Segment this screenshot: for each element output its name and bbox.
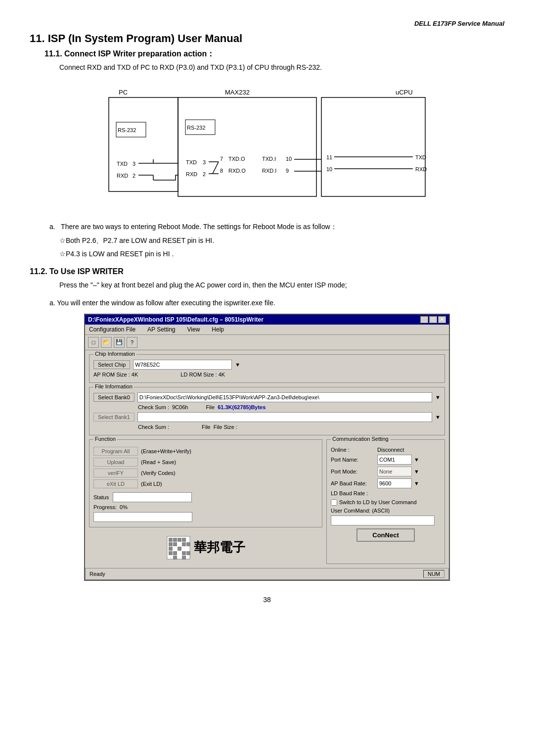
note-2: ☆P4.3 is LOW and RESET pin is HI .	[59, 248, 504, 259]
select-chip-button[interactable]: Select Chip	[93, 360, 130, 369]
port-mode-label: Port Mode:	[331, 469, 375, 474]
status-input[interactable]	[113, 492, 192, 502]
svg-rect-56	[182, 556, 186, 560]
menu-help[interactable]: Help	[210, 326, 226, 333]
file2-label: File	[202, 424, 211, 430]
exit-ld-desc: (Exit LD)	[141, 481, 162, 487]
winbond-logo-icon	[166, 535, 191, 560]
help-button[interactable]: ?	[127, 337, 137, 348]
port-name-dropdown[interactable]: ▼	[414, 457, 419, 463]
file-label: File	[206, 404, 215, 410]
svg-rect-46	[178, 538, 181, 542]
chip-info-group: Chip Information Select Chip ▼ AP ROM Si…	[89, 354, 445, 383]
connect-button[interactable]: ConNect	[356, 528, 414, 542]
online-value: Disconnect	[377, 447, 404, 453]
isp-writer-window: D:\FoniexXAppeXWinbond ISP 105\Default.c…	[84, 314, 450, 581]
toolbar: □ 📂 💾 ?	[85, 335, 449, 350]
port-name-label: Port Name:	[331, 457, 375, 463]
minimize-button[interactable]: _	[420, 316, 428, 323]
num-badge: NUM	[423, 570, 445, 578]
function-group: Function Program All (Erase+Write+Verify…	[89, 439, 322, 527]
svg-text:RXD: RXD	[117, 173, 128, 179]
svg-rect-34	[321, 97, 425, 196]
exit-ld-button[interactable]: eXit LD	[93, 479, 138, 488]
svg-text:RS-232: RS-232	[118, 127, 136, 133]
svg-text:RS-232: RS-232	[187, 125, 205, 131]
svg-rect-47	[182, 538, 186, 542]
svg-text:10: 10	[286, 156, 292, 162]
bank1-path-input[interactable]	[137, 412, 432, 422]
ap-baud-input[interactable]	[377, 478, 412, 488]
circuit-diagram: PC RS-232 TXD RXD 3 2 MAX232 RS-232 TXD …	[79, 83, 455, 211]
svg-text:TXD.I: TXD.I	[262, 156, 276, 162]
chip-dropdown-arrow[interactable]: ▼	[235, 362, 240, 368]
ld-rom-label: LD ROM Size : 4K	[180, 372, 225, 378]
page-header: DELL E173FP Service Manual	[30, 20, 504, 27]
section-11-2-body1: Press the "–" key at front bezel and plu…	[59, 280, 504, 290]
chip-value-input[interactable]	[133, 360, 232, 370]
svg-rect-54	[182, 542, 186, 546]
program-all-desc: (Erase+Write+Verify)	[141, 448, 191, 454]
checksum-label: Check Sum :	[138, 404, 169, 410]
svg-rect-49	[173, 542, 177, 546]
menu-configuration[interactable]: Configuration File	[87, 326, 137, 333]
bank0-path-input[interactable]	[137, 392, 432, 402]
menu-view[interactable]: View	[185, 326, 202, 333]
verify-desc: (Verify Codes)	[141, 470, 176, 476]
svg-text:TXD: TXD	[186, 159, 197, 165]
progress-value: 0%	[120, 504, 128, 510]
maximize-button[interactable]: □	[429, 316, 437, 323]
checksum2-label: Check Sum :	[138, 424, 169, 430]
select-bank0-button[interactable]: Select Bank0	[93, 393, 134, 402]
status-label: Status	[93, 494, 109, 500]
upload-button[interactable]: Upload	[93, 458, 138, 467]
menu-ap-setting[interactable]: AP Setting	[145, 326, 177, 333]
user-command-input[interactable]	[331, 516, 435, 525]
switch-ld-checkbox[interactable]	[331, 499, 337, 506]
select-bank1-button[interactable]: Select Bank1	[93, 413, 134, 422]
bank0-dropdown-arrow[interactable]: ▼	[435, 394, 441, 400]
svg-text:TXD: TXD	[415, 154, 426, 160]
right-panel: Communication Setting Online : Disconnec…	[326, 439, 445, 564]
port-mode-dropdown[interactable]: ▼	[414, 469, 419, 474]
svg-text:RXD.I: RXD.I	[262, 168, 276, 174]
section-11-2-title: 11.2. To Use ISP WRITER	[30, 267, 504, 276]
note-1: ☆Both P2.6、P2.7 are LOW and RESET pin is…	[59, 235, 504, 246]
logo-text: 華邦電子	[194, 539, 245, 556]
port-mode-input[interactable]	[377, 467, 412, 476]
new-button[interactable]: □	[88, 337, 99, 348]
save-button[interactable]: 💾	[114, 337, 125, 348]
svg-text:MAX232: MAX232	[225, 89, 250, 96]
logo-area: 華邦電子	[89, 531, 322, 564]
svg-rect-12	[178, 97, 316, 196]
svg-rect-43	[169, 538, 173, 542]
function-label: Function	[93, 436, 117, 442]
ap-baud-dropdown[interactable]: ▼	[414, 480, 419, 486]
ap-baud-label: AP Baud Rate:	[331, 480, 375, 486]
svg-rect-50	[169, 551, 173, 555]
window-title: D:\FoniexXAppeXWinbond ISP 105\Default.c…	[88, 316, 264, 323]
svg-text:3: 3	[133, 161, 135, 167]
status-bar: Ready NUM	[85, 568, 449, 580]
svg-text:2: 2	[203, 171, 206, 177]
bank1-dropdown-arrow[interactable]: ▼	[435, 414, 441, 420]
progress-label: Progress:	[93, 504, 117, 510]
svg-text:2: 2	[133, 173, 135, 179]
svg-text:8: 8	[220, 168, 223, 174]
checksum-value: 9C06h	[172, 404, 188, 410]
header-title: DELL E173FP Service Manual	[414, 20, 504, 27]
svg-rect-53	[173, 551, 177, 555]
section-11-1-title: 11.1. Connect ISP Writer preparation act…	[44, 49, 504, 59]
svg-text:11: 11	[326, 154, 332, 160]
program-all-button[interactable]: Program All	[93, 447, 138, 456]
close-button[interactable]: ×	[438, 316, 446, 323]
port-name-input[interactable]	[377, 455, 412, 465]
svg-rect-55	[173, 556, 177, 560]
window-titlebar: D:\FoniexXAppeXWinbond ISP 105\Default.c…	[85, 315, 449, 325]
window-body: Chip Information Select Chip ▼ AP ROM Si…	[85, 350, 449, 568]
svg-text:TXD.O: TXD.O	[228, 156, 245, 162]
verify-button[interactable]: veriFY	[93, 469, 138, 477]
open-button[interactable]: 📂	[101, 337, 112, 348]
connection-diagram: PC RS-232 TXD RXD 3 2 MAX232 RS-232 TXD …	[30, 83, 504, 211]
svg-rect-44	[173, 538, 177, 542]
